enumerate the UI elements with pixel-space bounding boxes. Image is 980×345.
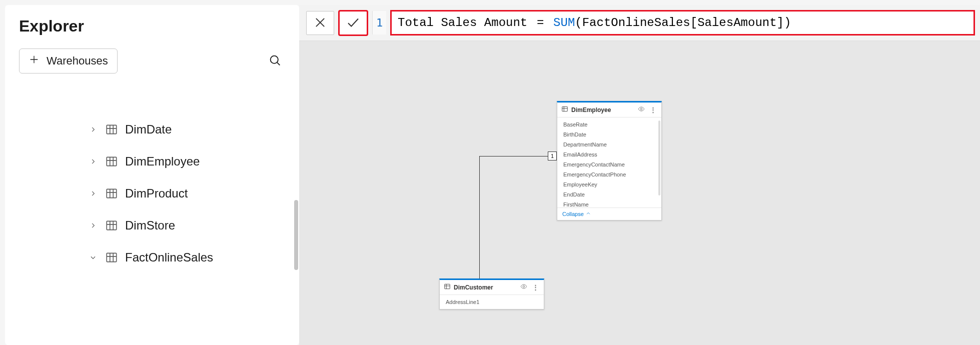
model-canvas[interactable]: 1 DimEmployee ⋮ BaseRate BirthDate Depar… [299,41,980,345]
relationship-line [479,156,480,291]
tree-item-dimemployee[interactable]: DimEmployee [88,146,285,178]
chevron-right-icon [88,222,98,229]
table-icon [105,123,118,136]
svg-rect-2 [107,157,117,166]
svg-rect-3 [107,189,117,198]
table-icon [444,283,451,292]
entity-field[interactable]: DepartmentName [557,140,661,150]
warehouses-label: Warehouses [47,54,108,68]
formula-open-paren: ( [575,16,582,30]
tree-item-dimdate[interactable]: DimDate [88,114,285,146]
search-icon [268,62,282,69]
formula-function: SUM [553,16,575,30]
svg-point-7 [640,108,642,110]
tree-item-dimproduct[interactable]: DimProduct [88,178,285,210]
visibility-icon[interactable] [637,106,646,114]
tree-item-dimstore[interactable]: DimStore [88,210,285,242]
entity-fields: BaseRate BirthDate DepartmentName EmailA… [557,118,661,208]
entity-field[interactable]: FirstName [557,200,661,208]
visibility-icon[interactable] [519,283,528,292]
entity-header[interactable]: DimCustomer ⋮ [440,280,544,295]
entity-fields: AddressLine1 [440,295,544,309]
entity-field[interactable]: AddressLine1 [440,297,544,307]
table-icon [105,251,118,264]
table-icon [105,155,118,168]
commit-formula-button[interactable] [339,11,367,35]
explorer-panel: Explorer Warehouses DimDate [5,5,299,345]
entity-field[interactable]: EmailAddress [557,150,661,160]
entity-field[interactable]: EmergencyContactName [557,160,661,170]
main-area: 1 Total Sales Amount = SUM ( FactOnlineS… [299,5,980,345]
tree-item-label: FactOnlineSales [125,250,213,264]
svg-point-9 [523,286,525,288]
chevron-right-icon [88,190,98,197]
relationship-line [479,156,554,156]
relationship-cardinality[interactable]: 1 [548,152,557,160]
svg-rect-4 [107,221,117,230]
entity-field[interactable]: EmergencyContactPhone [557,170,661,180]
explorer-toolbar: Warehouses [19,48,285,74]
cancel-formula-button[interactable] [306,11,334,35]
explorer-tree: DimDate DimEmployee DimProduct [19,88,285,274]
entity-dimemployee[interactable]: DimEmployee ⋮ BaseRate BirthDate Departm… [557,101,662,220]
svg-rect-5 [107,253,117,262]
entity-title: DimCustomer [454,284,493,291]
formula-close-paren: ) [784,16,791,30]
entity-collapse-button[interactable]: Collapse [557,208,661,220]
tree-item-label: DimProduct [125,186,188,200]
close-icon [313,16,327,31]
svg-rect-1 [107,125,117,134]
explorer-title: Explorer [19,17,285,36]
search-button[interactable] [265,50,285,72]
table-icon [105,219,118,232]
chevron-down-icon [88,254,98,261]
tree-item-label: DimEmployee [125,154,200,168]
chevron-up-icon [586,211,591,217]
entity-field[interactable]: EmployeeKey [557,180,661,190]
tree-item-truncated [88,88,285,110]
scrollbar-thumb[interactable] [294,200,298,270]
formula-line-number: 1 [372,11,386,34]
tree-item-label: DimStore [125,218,175,232]
entity-title: DimEmployee [571,106,611,114]
scrollbar-thumb[interactable] [658,120,660,196]
formula-reference: FactOnlineSales[SalesAmount] [582,16,784,30]
collapse-label: Collapse [562,211,584,217]
tree-item-factonlinesales[interactable]: FactOnlineSales [88,242,285,274]
checkmark-icon [346,15,361,32]
add-warehouses-button[interactable]: Warehouses [19,48,118,74]
table-icon [561,106,568,114]
more-icon[interactable]: ⋮ [531,284,540,291]
entity-header[interactable]: DimEmployee ⋮ [557,102,661,118]
formula-input[interactable]: Total Sales Amount = SUM ( FactOnlineSal… [391,11,974,34]
svg-point-0 [271,56,278,63]
entity-field[interactable]: BaseRate [557,120,661,130]
plus-icon [29,54,40,68]
entity-dimcustomer[interactable]: DimCustomer ⋮ AddressLine1 [439,278,544,310]
tree-item-label: DimDate [125,122,172,136]
formula-equals: = [527,16,553,30]
entity-field[interactable]: EndDate [557,190,661,200]
formula-bar: 1 Total Sales Amount = SUM ( FactOnlineS… [299,5,980,41]
entity-field[interactable]: BirthDate [557,130,661,140]
more-icon[interactable]: ⋮ [649,106,657,114]
chevron-right-icon [88,126,98,133]
svg-rect-8 [445,284,450,288]
formula-measure-name: Total Sales Amount [398,16,527,30]
table-icon [105,187,118,200]
svg-rect-6 [562,106,568,111]
chevron-right-icon [88,158,98,165]
